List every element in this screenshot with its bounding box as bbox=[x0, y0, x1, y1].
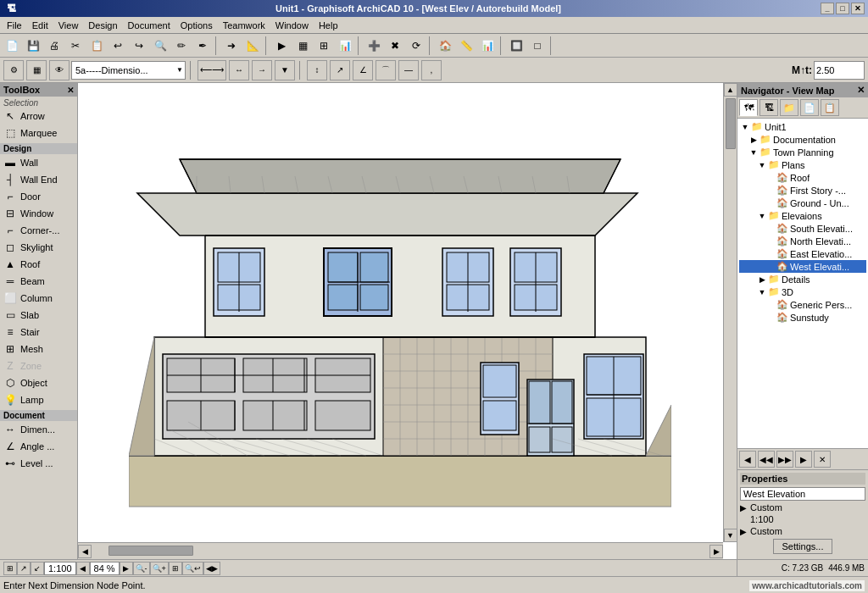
tree-toggle[interactable]: ▶ bbox=[758, 275, 766, 284]
toolbar-button[interactable]: ➕ bbox=[364, 36, 384, 56]
toolbar-button[interactable]: 🏠 bbox=[435, 36, 455, 56]
nav-forward-button[interactable]: ▶ bbox=[795, 451, 812, 468]
horizontal-scrollbar[interactable]: ◀ ▶ bbox=[78, 542, 723, 559]
toolbar-button[interactable]: 📋 bbox=[86, 36, 107, 56]
toolbar-button[interactable]: 📄 bbox=[2, 36, 22, 56]
tree-item-townplanning[interactable]: ▼📁Town Planning bbox=[739, 146, 866, 158]
guide-btn1[interactable]: ↕ bbox=[307, 60, 327, 80]
nav-tab-projectmap[interactable]: 🏗 bbox=[760, 99, 778, 116]
menu-item-design[interactable]: Design bbox=[83, 19, 122, 32]
toolbox-item-wall[interactable]: ▬Wall bbox=[0, 154, 77, 171]
toolbar-button[interactable]: 💾 bbox=[23, 36, 43, 56]
toolbar-button[interactable]: 📏 bbox=[456, 36, 476, 56]
nav-back-button[interactable]: ◀ bbox=[739, 451, 756, 468]
nav-tab-layout[interactable]: 📄 bbox=[800, 99, 819, 116]
toolbox-item-corner----[interactable]: ⌐Corner-... bbox=[0, 222, 77, 239]
tree-item-documentation[interactable]: ▶📁Documentation bbox=[739, 133, 866, 146]
dimension-dropdown[interactable]: 5a-----Dimensio... ▼ bbox=[71, 61, 186, 80]
tree-item-unit1[interactable]: ▼📁Unit1 bbox=[739, 120, 866, 133]
snap-btn1[interactable]: ⟵⟶ bbox=[198, 60, 226, 80]
toolbar-button[interactable]: 📊 bbox=[335, 36, 355, 56]
toolbox-item-slab[interactable]: ▭Slab bbox=[0, 307, 77, 324]
status-btn1[interactable]: ⊞ bbox=[3, 562, 17, 575]
status-btn3[interactable]: ↙ bbox=[31, 562, 44, 575]
tree-item-eastelev[interactable]: 🏠East Elevatio... bbox=[739, 247, 866, 260]
toolbar-button[interactable]: 🖨 bbox=[44, 36, 64, 56]
snap-btn2[interactable]: ↔ bbox=[229, 60, 249, 80]
tree-item-northelev[interactable]: 🏠North Elevati... bbox=[739, 235, 866, 247]
guide-btn5[interactable]: — bbox=[398, 60, 419, 80]
scroll-up-button[interactable]: ▲ bbox=[724, 83, 737, 97]
toolbox-item-level----[interactable]: ⊷Level ... bbox=[0, 455, 77, 472]
menu-item-file[interactable]: File bbox=[2, 19, 27, 32]
toolbox-item-zone[interactable]: ZZone bbox=[0, 357, 77, 374]
tree-toggle[interactable]: ▼ bbox=[741, 123, 749, 131]
nav-close-button[interactable]: ✕ bbox=[814, 451, 831, 468]
nav-tab-folders[interactable]: 📁 bbox=[780, 99, 798, 116]
tree-item-westelev[interactable]: 🏠West Elevati... bbox=[739, 260, 866, 273]
toolbox-item-stair[interactable]: ≡Stair bbox=[0, 324, 77, 341]
toolbox-item-roof[interactable]: ▲Roof bbox=[0, 256, 77, 273]
m-value-input[interactable] bbox=[814, 61, 865, 80]
guide-btn3[interactable]: ∠ bbox=[353, 60, 373, 80]
settings-icon-btn[interactable]: ⚙ bbox=[3, 60, 24, 80]
menu-item-help[interactable]: Help bbox=[314, 19, 343, 32]
guide-btn6[interactable]: , bbox=[421, 60, 442, 80]
next-page-button[interactable]: ▶ bbox=[120, 562, 133, 575]
zoom-out-button[interactable]: 🔍- bbox=[133, 562, 150, 575]
toolbox-item-skylight[interactable]: ◻Skylight bbox=[0, 239, 77, 256]
prev-page-button[interactable]: ◀ bbox=[76, 562, 90, 575]
toolbar-button[interactable]: ✂ bbox=[65, 36, 86, 56]
toolbar-button[interactable]: ↩ bbox=[108, 36, 128, 56]
menu-item-document[interactable]: Document bbox=[123, 19, 175, 32]
prop-toggle1[interactable]: ▶ bbox=[740, 503, 750, 513]
toolbar-button[interactable]: 📊 bbox=[477, 36, 498, 56]
toolbox-item-dimen---[interactable]: ↔Dimen... bbox=[0, 421, 77, 438]
nav-tab-publisher[interactable]: 📋 bbox=[821, 99, 839, 116]
toolbar-button[interactable]: ✖ bbox=[385, 36, 405, 56]
menu-item-view[interactable]: View bbox=[53, 19, 84, 32]
close-button[interactable]: ✕ bbox=[851, 3, 865, 14]
guide-btn2[interactable]: ↗ bbox=[330, 60, 350, 80]
toolbar-button[interactable]: ✒ bbox=[192, 36, 213, 56]
tree-item-firststory[interactable]: 🏠First Story -... bbox=[739, 184, 866, 197]
tree-toggle[interactable]: ▼ bbox=[758, 212, 766, 220]
minimize-button[interactable]: _ bbox=[821, 3, 834, 14]
tree-item-roof[interactable]: 🏠Roof bbox=[739, 171, 866, 184]
toolbox-item-arrow[interactable]: ↖Arrow bbox=[0, 108, 77, 125]
drawing-area[interactable]: ▲ ▼ ◀ ▶ bbox=[78, 83, 737, 559]
tree-item-ground[interactable]: 🏠Ground - Un... bbox=[739, 197, 866, 209]
zoom-prev-button[interactable]: 🔍↩ bbox=[182, 562, 203, 575]
snap-btn3[interactable]: → bbox=[252, 60, 272, 80]
toolbar-button[interactable]: ⊞ bbox=[314, 36, 334, 56]
toolbox-item-window[interactable]: ⊟Window bbox=[0, 205, 77, 222]
toolbox-item-column[interactable]: ⬜Column bbox=[0, 290, 77, 307]
tree-area[interactable]: ▼📁Unit1▶📁Documentation▼📁Town Planning▼📁P… bbox=[737, 119, 868, 448]
tree-item-genericpers[interactable]: 🏠Generic Pers... bbox=[739, 298, 866, 311]
toolbar-button[interactable]: ⟳ bbox=[406, 36, 426, 56]
maximize-button[interactable]: □ bbox=[836, 3, 849, 14]
eye-icon-btn[interactable]: 👁 bbox=[49, 60, 70, 80]
status-btn2[interactable]: ↗ bbox=[17, 562, 31, 575]
tree-item-southelev[interactable]: 🏠South Elevati... bbox=[739, 222, 866, 235]
toolbox-item-lamp[interactable]: 💡Lamp bbox=[0, 391, 77, 408]
toolbar-button[interactable]: 🔍 bbox=[150, 36, 170, 56]
menu-item-edit[interactable]: Edit bbox=[27, 19, 53, 32]
toolbox-item-mesh[interactable]: ⊞Mesh bbox=[0, 341, 77, 357]
toolbar-button[interactable]: ▦ bbox=[292, 36, 313, 56]
toolbox-item-object[interactable]: ⬡Object bbox=[0, 374, 77, 391]
toolbox-item-angle----[interactable]: ∠Angle ... bbox=[0, 438, 77, 455]
scroll-right-button[interactable]: ▶ bbox=[709, 545, 723, 558]
settings-button[interactable]: Settings... bbox=[773, 539, 833, 554]
nav-fast-forward-button[interactable]: ▶▶ bbox=[776, 451, 793, 468]
toolbox-item-marquee[interactable]: ⬚Marquee bbox=[0, 125, 77, 141]
prop-toggle3[interactable]: ▶ bbox=[740, 527, 750, 536]
toolbar-button[interactable]: ✏ bbox=[171, 36, 192, 56]
menu-item-window[interactable]: Window bbox=[270, 19, 314, 32]
tree-item-3d[interactable]: ▼📁3D bbox=[739, 285, 866, 298]
tree-item-details[interactable]: ▶📁Details bbox=[739, 273, 866, 285]
tree-toggle[interactable]: ▼ bbox=[749, 148, 758, 157]
nav-tab-viewmap[interactable]: 🗺 bbox=[739, 99, 758, 116]
scroll-down-button[interactable]: ▼ bbox=[724, 529, 737, 542]
tree-toggle[interactable]: ▶ bbox=[749, 136, 758, 144]
